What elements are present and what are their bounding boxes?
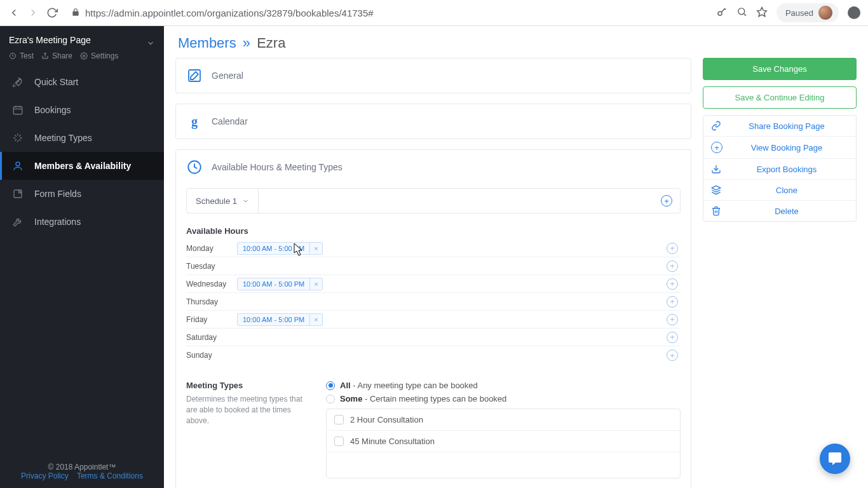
key-icon[interactable] [716,6,728,20]
edit-icon [186,67,203,84]
radio-some[interactable]: Some - Certain meeting types can be book… [326,394,681,403]
trash-icon [711,206,725,216]
schedule-dropdown[interactable]: Schedule 1 [187,189,259,213]
clock-icon [186,159,203,175]
reload-button[interactable] [46,6,58,19]
sidebar-nav: Quick Start Bookings Meeting Types Membe… [0,68,164,236]
sidebar-item-quickstart[interactable]: Quick Start [0,68,164,96]
chevron-down-icon [146,39,155,50]
chevron-down-icon [242,198,249,205]
sidebar-item-bookings[interactable]: Bookings [0,96,164,124]
layers-icon [711,185,725,195]
view-booking-button[interactable]: +View Booking Page [703,137,856,159]
add-range-button[interactable]: + [664,314,681,325]
day-row: Sunday+ [186,346,681,364]
meeting-type-label: 45 Minute Consultation [350,437,435,446]
time-range-chip[interactable]: 10:00 AM - 5:00 PM× [237,313,323,326]
day-chips: 10:00 AM - 5:00 PM× [237,278,664,290]
chip-remove-icon[interactable]: × [309,278,322,290]
main-content: Members » Ezra General g Calendar [164,26,868,488]
day-name: Saturday [186,333,237,342]
add-range-button[interactable]: + [664,261,681,272]
sidebar-item-label: Meeting Types [34,133,92,143]
time-range-chip[interactable]: 10:00 AM - 5:00 PM× [237,278,323,290]
url-text: https://admin.appointlet.com/organizatio… [85,8,374,18]
radio-icon [326,395,335,403]
day-row: Wednesday10:00 AM - 5:00 PM×+ [186,275,681,293]
calendar-icon [11,104,24,116]
meeting-type-item[interactable]: 2 Hour Consultation [327,409,680,431]
time-range-label: 10:00 AM - 5:00 PM [238,314,309,325]
svg-point-6 [83,55,85,57]
day-row: Friday10:00 AM - 5:00 PM×+ [186,311,681,329]
save-button[interactable]: Save Changes [703,58,857,80]
radio-all[interactable]: All - Any meeting type can be booked [326,381,681,390]
schedule-label: Schedule 1 [196,196,237,206]
download-icon [711,164,725,174]
panel-calendar-header[interactable]: g Calendar [176,104,691,139]
meeting-types-list: 2 Hour Consultation 45 Minute Consultati… [326,409,681,478]
add-schedule-button[interactable]: + [653,195,680,207]
panel-available: Available Hours & Meeting Types Schedule… [175,149,691,488]
test-link[interactable]: Test [9,51,34,60]
terms-link[interactable]: Terms & Conditions [77,471,143,480]
day-row: Thursday+ [186,293,681,311]
settings-link[interactable]: Settings [80,51,118,60]
sidebar: Ezra's Meeting Page Test Share Settings … [0,26,164,488]
add-range-button[interactable]: + [664,349,681,361]
available-hours-title: Available Hours [186,226,681,236]
breadcrumb-parent[interactable]: Members [178,35,236,51]
back-button[interactable] [8,6,20,19]
chat-fab[interactable] [820,444,850,474]
checkbox-icon [334,415,344,424]
time-range-chip[interactable]: 10:00 AM - 5:00 PM× [237,242,323,255]
add-range-button[interactable]: + [664,332,681,343]
wrench-icon [11,215,24,228]
address-bar[interactable]: https://admin.appointlet.com/organizatio… [65,3,710,22]
sidebar-item-integrations[interactable]: Integrations [0,208,164,236]
star-icon[interactable] [756,6,768,20]
svg-line-2 [743,13,746,16]
google-icon: g [186,113,203,130]
sidebar-item-formfields[interactable]: Form Fields [0,180,164,208]
svg-point-11 [16,162,20,166]
privacy-link[interactable]: Privacy Policy [21,471,69,480]
extension-badge[interactable] [848,6,860,19]
sidebar-item-members[interactable]: Members & Availability [0,152,164,180]
profile-paused-pill[interactable]: Paused [776,3,839,22]
panel-general-header[interactable]: General [176,58,691,93]
day-row: Monday10:00 AM - 5:00 PM×+ [186,240,681,257]
sidebar-item-meetingtypes[interactable]: Meeting Types [0,124,164,152]
panel-available-header[interactable]: Available Hours & Meeting Types [176,150,691,184]
export-bookings-button[interactable]: Export Bookings [703,159,856,180]
clone-button[interactable]: Clone [703,180,856,201]
share-booking-button[interactable]: Share Booking Page [703,116,856,137]
day-name: Wednesday [186,280,237,288]
avatar [818,6,832,20]
meeting-type-item[interactable]: 45 Minute Consultation [327,431,680,452]
delete-button[interactable]: Delete [703,201,856,221]
add-range-button[interactable]: + [664,296,681,308]
panel-general: General [175,58,691,93]
lock-icon [71,8,80,18]
add-range-button[interactable]: + [664,243,681,254]
meeting-types-title: Meeting Types [186,381,313,390]
breadcrumb-sep: » [243,35,250,51]
sidebar-item-label: Quick Start [34,77,78,87]
add-range-button[interactable]: + [664,278,681,290]
share-link[interactable]: Share [41,51,72,60]
meeting-types-desc: Determines the meeting types that are ab… [186,394,313,426]
breadcrumb: Members » Ezra [164,26,868,58]
day-name: Friday [186,315,237,324]
zoom-icon[interactable] [736,6,747,19]
sidebar-header[interactable]: Ezra's Meeting Page [0,26,164,49]
day-chips: 10:00 AM - 5:00 PM× [237,313,664,326]
panel-title: Available Hours & Meeting Types [212,162,342,172]
form-icon [11,187,24,200]
chip-remove-icon[interactable]: × [309,314,322,325]
day-name: Monday [186,244,237,253]
panel-title: General [212,71,243,81]
chip-remove-icon[interactable]: × [309,243,322,254]
save-continue-button[interactable]: Save & Continue Editing [703,86,857,109]
forward-button[interactable] [27,6,39,19]
